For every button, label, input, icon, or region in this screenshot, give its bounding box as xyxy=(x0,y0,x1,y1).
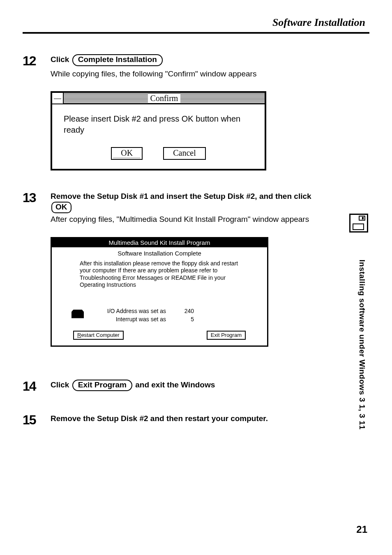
step-title-prefix: Click xyxy=(51,380,69,389)
step-number: 13 xyxy=(23,191,51,204)
step-body: Click Complete Installation While copyin… xyxy=(51,54,369,79)
step-number: 12 xyxy=(23,54,51,67)
interrupt-row: Interrupt was set as 5 xyxy=(92,316,247,322)
system-menu-icon[interactable]: — xyxy=(52,93,64,104)
ok-button[interactable]: OK xyxy=(111,147,143,160)
step-body: Click Exit Program and exit the Windows xyxy=(51,380,369,391)
step-body: Remove the Setup Disk #2 and then restar… xyxy=(51,413,369,424)
step-title-suffix: and exit the Windows xyxy=(135,380,215,389)
ok-button-inline[interactable]: OK xyxy=(51,202,71,213)
cancel-button[interactable]: Cancel xyxy=(163,147,206,160)
step-body: Remove the Setup Disk #1 and insert the … xyxy=(51,191,369,224)
chip-icon xyxy=(71,308,84,318)
complete-installation-button[interactable]: Complete Installation xyxy=(72,54,163,66)
dialog-titlebar: — Confirm xyxy=(52,93,265,104)
io-address-label: I/O Address was set as xyxy=(92,308,166,314)
step-description: While copying files, the following "Conf… xyxy=(51,69,369,79)
settings-block: I/O Address was set as 240 Interrupt was… xyxy=(52,289,267,328)
side-tab-text: Installing software under Windows 3 1, 3… xyxy=(357,260,367,430)
step-number: 15 xyxy=(23,413,51,426)
step-number: 14 xyxy=(23,380,51,393)
io-address-value: 240 xyxy=(178,308,194,314)
dialog-message: Please insert Disk #2 and press OK butto… xyxy=(52,104,265,140)
exit-program-button[interactable]: Exit Program xyxy=(207,331,246,340)
io-address-row: I/O Address was set as 240 xyxy=(92,308,247,314)
floppy-disk-icon xyxy=(349,214,368,233)
step-14: 14 Click Exit Program and exit the Windo… xyxy=(23,380,369,393)
step-title: Remove the Setup Disk #2 and then restar… xyxy=(51,414,268,423)
install-program-window: Multimedia Sound Kit Install Program Sof… xyxy=(51,237,268,347)
window-body-text: After this installation please remove th… xyxy=(52,260,267,289)
page-number: 21 xyxy=(356,524,367,535)
page-header: Software Installation xyxy=(23,16,369,34)
window-title: Multimedia Sound Kit Install Program xyxy=(52,238,267,247)
dialog-title: Confirm xyxy=(148,94,181,103)
confirm-dialog: — Confirm Please insert Disk #2 and pres… xyxy=(51,91,266,170)
exit-program-button-inline[interactable]: Exit Program xyxy=(72,380,132,391)
step-13: 13 Remove the Setup Disk #1 and insert t… xyxy=(23,191,369,224)
window-button-row: Restart Computer Exit Program xyxy=(52,328,267,345)
interrupt-value: 5 xyxy=(178,316,194,322)
step-15: 15 Remove the Setup Disk #2 and then res… xyxy=(23,413,369,426)
interrupt-label: Interrupt was set as xyxy=(92,316,166,322)
step-description: After copying files, "Multimedia Sound K… xyxy=(51,214,332,225)
dialog-button-row: OK Cancel xyxy=(52,140,265,169)
window-subtitle: Software Installation Complete xyxy=(52,247,267,260)
restart-computer-button[interactable]: Restart Computer xyxy=(73,331,124,340)
step-12: 12 Click Complete Installation While cop… xyxy=(23,54,369,79)
step-title-prefix: Click xyxy=(51,55,69,64)
step-title: Remove the Setup Disk #1 and insert the … xyxy=(51,192,311,200)
